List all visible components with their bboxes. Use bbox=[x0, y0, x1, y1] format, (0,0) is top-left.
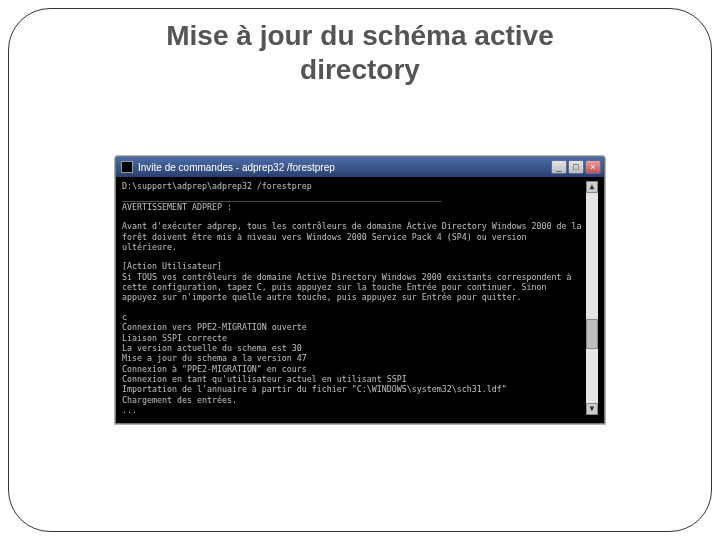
embedded-screenshot: Invite de commandes - adprep32 /forestpr… bbox=[115, 156, 605, 424]
cmd-icon bbox=[121, 161, 133, 173]
console-line: Mise a jour du schema a la version 47 bbox=[122, 353, 307, 363]
console-line: Liaison SSPI correcte bbox=[122, 333, 227, 343]
slide-frame: Mise à jour du schéma active directory I… bbox=[8, 8, 712, 532]
window-title: Invite de commandes - adprep32 /forestpr… bbox=[138, 162, 546, 173]
console-line: ... bbox=[122, 405, 137, 415]
console-line: D:\support\adprep\adprep32 /forestprep bbox=[122, 181, 312, 191]
scroll-down-button[interactable]: ▼ bbox=[586, 403, 598, 415]
console-line: Connexion en tant qu'utilisateur actuel … bbox=[122, 374, 407, 384]
scroll-track[interactable] bbox=[586, 193, 598, 403]
console-line: La version actuelle du schema est 30 bbox=[122, 343, 302, 353]
console-line: ________________________________________… bbox=[122, 192, 442, 202]
minimize-button[interactable]: _ bbox=[551, 160, 567, 174]
console-line: Importation de l'annuaire à partir du fi… bbox=[122, 384, 507, 394]
console-line: Connexion vers PPE2-MIGRATION ouverte bbox=[122, 322, 307, 332]
window-buttons: _ □ × bbox=[551, 160, 601, 174]
console-text: D:\support\adprep\adprep32 /forestprep _… bbox=[122, 181, 582, 415]
console-line: Connexion à "PPE2-MIGRATION" en cours bbox=[122, 364, 307, 374]
console-line: Chargement des entrées. bbox=[122, 395, 237, 405]
scrollbar[interactable]: ▲ ▼ bbox=[586, 181, 598, 415]
console-line: [Action Utilisateur] bbox=[122, 261, 222, 271]
scroll-up-button[interactable]: ▲ bbox=[586, 181, 598, 193]
close-button[interactable]: × bbox=[585, 160, 601, 174]
console-line: c bbox=[122, 312, 127, 322]
console-line: Si TOUS vos contrôleurs de domaine Activ… bbox=[122, 272, 577, 303]
command-prompt-window: Invite de commandes - adprep32 /forestpr… bbox=[115, 156, 605, 424]
scroll-thumb[interactable] bbox=[586, 319, 598, 349]
console-output: D:\support\adprep\adprep32 /forestprep _… bbox=[116, 177, 604, 423]
page-title: Mise à jour du schéma active directory bbox=[120, 19, 600, 86]
window-titlebar[interactable]: Invite de commandes - adprep32 /forestpr… bbox=[116, 157, 604, 177]
console-line: AVERTISSEMENT ADPREP : bbox=[122, 202, 232, 212]
console-line: Avant d'exécuter adprep, tous les contrô… bbox=[122, 221, 587, 252]
maximize-button[interactable]: □ bbox=[568, 160, 584, 174]
